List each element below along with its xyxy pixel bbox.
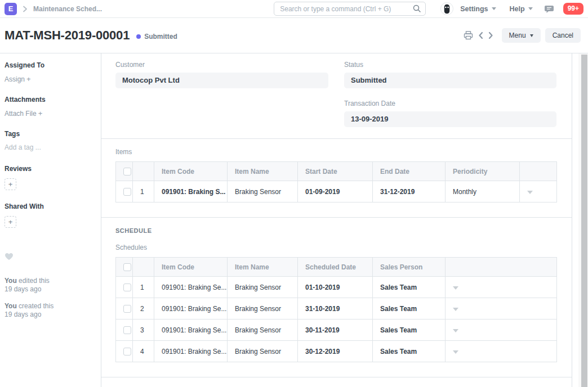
periodicity-cell[interactable]: Monthly [446,181,520,202]
items-grid-label: Items [115,148,556,156]
breadcrumb[interactable]: Maintenance Sched... [33,5,102,13]
section-contact-info: CONTACT INFO [101,377,572,387]
scheduled-date-cell[interactable]: 30-11-2019 [298,320,373,341]
row-checkbox[interactable] [123,305,131,313]
reviews-heading: Reviews [5,165,96,173]
item-code-cell[interactable]: 091901: Braking Se... [154,298,228,320]
global-search[interactable] [274,2,426,16]
row-expand-caret-icon[interactable] [453,329,458,332]
chevron-down-icon [530,34,533,37]
item-code-cell[interactable]: 091901: Braking Se... [154,341,228,362]
app-logo-letter: E [8,4,14,13]
row-expand-caret-icon[interactable] [527,191,533,194]
schedules-row: 2 091901: Braking Se... Braking Sensor 3… [116,298,557,320]
add-review-button[interactable]: + [5,178,16,190]
attachments-heading: Attachments [5,96,96,104]
item-code-cell[interactable]: 091901: Braking Se... [154,320,228,341]
form-body: Customer Motocop Pvt Ltd Status Submitte… [101,53,572,387]
item-name-cell[interactable]: Braking Sensor [228,181,298,202]
item-name-cell[interactable]: Braking Sensor [228,320,298,341]
items-header-row: Item Code Item Name Start Date End Date … [116,162,557,181]
navbar: E Maintenance Sched... Settings Help 99+ [0,0,588,18]
help-label: Help [510,5,525,13]
row-checkbox[interactable] [123,326,131,334]
status-text: Submitted [144,33,177,40]
app-logo[interactable]: E [5,3,17,15]
status-value[interactable]: Submitted [344,73,556,88]
start-date-cell[interactable]: 01-09-2019 [298,181,373,202]
page-actions: Menu Cancel [464,28,581,43]
column-header: Scheduled Date [298,258,373,277]
row-expand-caret-icon[interactable] [453,308,458,311]
add-tag-input[interactable]: Add a tag ... [5,143,96,151]
heart-icon[interactable] [5,253,96,262]
add-share-button[interactable]: + [5,216,16,228]
item-name-cell[interactable]: Braking Sensor [228,298,298,320]
status-label: Status [344,61,556,69]
item-name-cell[interactable]: Braking Sensor [228,341,298,362]
status-indicator-dot [136,34,141,39]
schedules-grid-label: Schedules [115,244,556,251]
cancel-button[interactable]: Cancel [545,28,581,43]
items-row: 1 091901: Braking S... Braking Sensor 01… [116,181,557,202]
prev-document-button[interactable] [478,32,483,39]
column-header: Periodicity [446,162,520,181]
menu-button[interactable]: Menu [502,28,541,43]
assign-button[interactable]: Assign+ [5,75,96,83]
end-date-cell[interactable]: 31-12-2019 [373,181,446,202]
scheduled-date-cell[interactable]: 30-12-2019 [298,341,373,362]
select-all-checkbox[interactable] [123,263,131,271]
schedules-table: Item Code Item Name Scheduled Date Sales… [115,257,557,362]
scheduled-date-cell[interactable]: 01-10-2019 [298,277,373,298]
row-index-header [133,162,154,181]
notifications-badge[interactable]: 99+ [563,3,583,15]
settings-label: Settings [460,5,488,13]
column-header: Item Name [228,258,298,277]
row-expand-caret-icon[interactable] [453,286,458,290]
help-menu[interactable]: Help [510,5,533,13]
column-header: Item Name [228,162,298,181]
user-avatar[interactable] [440,2,453,15]
transaction-date-label: Transaction Date [344,100,556,107]
chevron-down-icon [528,7,533,10]
row-checkbox[interactable] [123,284,131,291]
customer-field: Customer Motocop Pvt Ltd [115,61,328,88]
activity-timestamp: 19 days ago [5,285,41,293]
column-header: Item Code [154,258,228,277]
message-icon[interactable] [544,4,554,14]
plus-icon: + [26,75,31,83]
item-code-cell[interactable]: 091901: Braking Se... [154,277,228,298]
customer-value[interactable]: Motocop Pvt Ltd [115,73,328,88]
scheduled-date-cell[interactable]: 31-10-2019 [298,298,373,320]
item-name-cell[interactable]: Braking Sensor [228,277,298,298]
select-all-checkbox[interactable] [123,168,131,176]
scrollbar-track[interactable] [578,53,587,387]
row-menu-header [446,258,557,277]
chevron-down-icon [492,7,496,10]
navbar-right: Settings Help 99+ [440,2,583,15]
row-checkbox[interactable] [123,188,131,196]
row-checkbox[interactable] [123,348,131,356]
row-expand-caret-icon[interactable] [453,350,458,354]
sales-person-cell[interactable]: Sales Team [373,341,446,362]
tags-heading: Tags [5,130,96,138]
next-document-button[interactable] [488,32,493,39]
sales-person-cell[interactable]: Sales Team [373,298,446,320]
transaction-date-value[interactable]: 13-09-2019 [344,111,556,127]
scroll-gutter [572,53,587,387]
status-field: Status Submitted [344,61,556,88]
sales-person-cell[interactable]: Sales Team [373,320,446,341]
item-code-cell[interactable]: 091901: Braking S... [154,181,228,202]
print-button[interactable] [464,31,473,40]
settings-menu[interactable]: Settings [460,5,496,13]
schedules-row: 4 091901: Braking Se... Braking Sensor 3… [116,341,557,362]
search-input[interactable] [274,2,426,16]
column-header: Sales Person [373,258,446,277]
sales-person-cell[interactable]: Sales Team [373,277,446,298]
activity-entry: You edited this 19 days ago [5,277,96,294]
scrollbar-thumb[interactable] [581,55,587,387]
row-menu-header [520,162,557,181]
column-header: End Date [373,162,446,181]
attach-file-button[interactable]: Attach File+ [5,109,96,118]
chevron-right-icon [488,32,493,39]
